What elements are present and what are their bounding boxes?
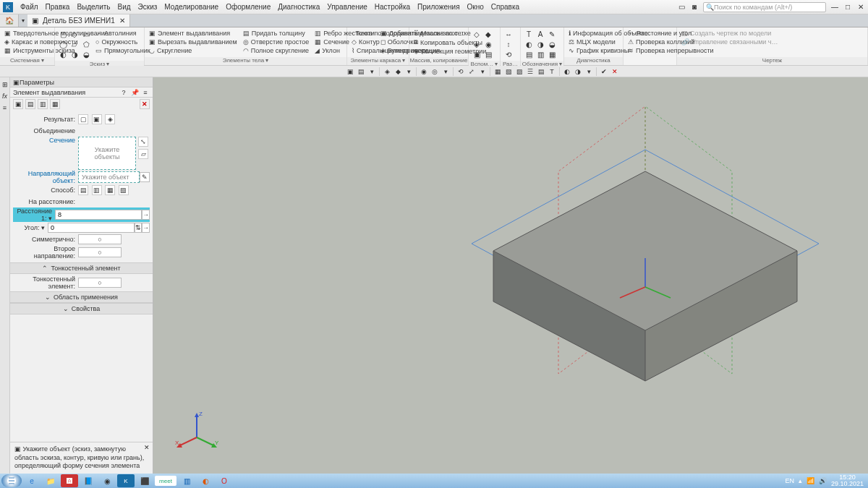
scope-section-header[interactable]: ⌄Область применения	[10, 291, 153, 303]
angle-input[interactable]	[48, 223, 135, 233]
cut-extrude-button[interactable]: ▣ Вырезать выдавливанием	[148, 38, 239, 46]
maximize-button[interactable]: □	[843, 3, 852, 12]
kompas-icon[interactable]: K	[117, 474, 135, 487]
sk-icon[interactable]: ◐	[58, 49, 68, 59]
opera-icon[interactable]: O	[216, 474, 233, 487]
angle-label[interactable]: Угол: ▾	[13, 224, 48, 231]
ie-icon[interactable]: e	[23, 474, 41, 487]
distance-input[interactable]	[55, 210, 142, 220]
menu-select[interactable]: Выделить	[77, 3, 110, 11]
menu-help[interactable]: Справка	[491, 3, 519, 11]
section-link[interactable]: Сечение	[13, 137, 78, 144]
sk-icon[interactable]: ◯	[58, 39, 68, 49]
ribbon-group-drawing[interactable]: Чертеж	[677, 57, 867, 65]
chrome-icon[interactable]: ◉	[98, 474, 116, 487]
tb-icon[interactable]: ✔	[599, 67, 609, 77]
tb-icon[interactable]: ▾	[404, 67, 414, 77]
close-button[interactable]: ✕	[856, 3, 865, 12]
system-clock[interactable]: 15:20 29.10.2021	[831, 474, 864, 487]
ann-icon[interactable]: ✎	[547, 29, 557, 39]
symmetric-toggle[interactable]: ○	[78, 234, 122, 244]
props-section-header[interactable]: ⌄Свойства	[10, 303, 153, 314]
ribbon-group-diag[interactable]: Диагностика	[564, 57, 623, 65]
menu-format[interactable]: Оформление	[226, 3, 271, 11]
fillet-button[interactable]: ◡ Скругление	[148, 46, 239, 55]
sk-icon[interactable]: ▭	[81, 29, 91, 39]
second-dir-toggle[interactable]: ○	[78, 247, 122, 257]
menu-view[interactable]: Вид	[118, 3, 131, 11]
menu-window[interactable]: Окно	[467, 3, 484, 11]
menu-modeling[interactable]: Моделирование	[164, 3, 218, 11]
sk-icon[interactable]: ▢	[58, 29, 68, 39]
app-icon[interactable]: ◐	[197, 474, 214, 487]
ann-icon[interactable]: ▤	[524, 49, 534, 59]
tb-icon[interactable]: ▾	[584, 67, 594, 77]
app-icon[interactable]: ⬛	[136, 474, 153, 487]
network-icon[interactable]: 📶	[807, 477, 814, 484]
tb-icon[interactable]: T	[547, 67, 557, 77]
result-opt-icon[interactable]: ▢	[78, 114, 88, 124]
fx-icon[interactable]: fx	[1, 92, 9, 100]
mode-icon[interactable]: ▥	[38, 99, 48, 109]
tb-icon[interactable]: ▤	[536, 67, 546, 77]
method-icon[interactable]: ▧	[119, 185, 129, 195]
mode-icon[interactable]: ▤	[25, 99, 35, 109]
full-fillet-button[interactable]: ◠ Полное скругление	[242, 46, 310, 55]
camera-icon[interactable]: ◙	[690, 3, 699, 12]
create-drawing-button[interactable]: ▤ Создать чертеж по модели	[680, 29, 780, 38]
tb-icon[interactable]: ◑	[573, 67, 583, 77]
method-icon[interactable]: ▥	[92, 185, 102, 195]
app-icon[interactable]: 📘	[80, 474, 97, 487]
layers-icon[interactable]: ≡	[1, 103, 9, 112]
ribbon-group-frame[interactable]: Элементы каркаса ▾	[347, 57, 409, 65]
method-icon[interactable]: ▦	[105, 185, 115, 195]
thicken-button[interactable]: ▤ Придать толщину	[242, 29, 310, 38]
tb-icon[interactable]: ▾	[441, 67, 451, 77]
aux-icon[interactable]: ◆	[483, 29, 493, 39]
dim-icon[interactable]: ↔	[503, 29, 514, 39]
pick-icon[interactable]: ✎	[140, 172, 150, 182]
volume-icon[interactable]: 🔊	[819, 477, 827, 484]
start-button[interactable]	[1, 474, 22, 487]
autoline-button[interactable]: ⟋ Автолиния	[94, 29, 152, 38]
aux-icon[interactable]: ◈	[472, 39, 482, 49]
menu-edit[interactable]: Правка	[46, 3, 70, 11]
lang-indicator[interactable]: EN	[785, 477, 794, 484]
tb-icon[interactable]: ◈	[382, 67, 392, 77]
tb-icon[interactable]: ▨	[514, 67, 524, 77]
objects-selector[interactable]: Укажите объекты	[78, 137, 136, 170]
result-opt-icon[interactable]: ◈	[105, 114, 115, 124]
aux-icon[interactable]: ▣	[472, 49, 482, 59]
distance-label[interactable]: Расстояние 1: ▾	[13, 207, 55, 222]
doc-tab[interactable]: ▣ Деталь БЕЗ ИМЕНИ1 ✕	[27, 14, 130, 27]
home-tab[interactable]: 🏠	[0, 14, 19, 27]
sk-icon[interactable]: ◑	[69, 49, 80, 59]
ann-icon[interactable]: T	[524, 29, 534, 39]
tb-icon[interactable]: ▣	[345, 67, 355, 77]
menu-sketch[interactable]: Эскиз	[138, 3, 158, 11]
sk-icon[interactable]: ▱	[69, 39, 80, 49]
mode-icon[interactable]: ▣	[13, 99, 23, 109]
tb-icon[interactable]: ◐	[562, 67, 572, 77]
sketch-plane-icon[interactable]: ▱	[138, 149, 148, 159]
manage-links-button[interactable]: 🔗 Управление связанными ч…	[680, 38, 780, 46]
ann-icon[interactable]: ▦	[547, 49, 557, 59]
home-dropdown[interactable]: ▾	[19, 14, 27, 27]
tb-icon[interactable]: ◆	[393, 67, 403, 77]
ann-icon[interactable]: ▥	[535, 49, 545, 59]
ribbon-group-body[interactable]: Элементы тела ▾	[145, 57, 346, 65]
tb-icon[interactable]: ◉	[419, 67, 429, 77]
pin-icon[interactable]: 📌	[130, 88, 139, 97]
direction-label[interactable]: Направляющий объект:	[13, 170, 78, 184]
command-search-input[interactable]: 🔍 Поиск по командам (Alt+/)	[703, 2, 826, 12]
sk-icon[interactable]: ◒	[81, 49, 91, 59]
tb-icon[interactable]: ⤢	[467, 67, 477, 77]
circle-button[interactable]: ○ Окружность	[94, 38, 152, 46]
explorer-icon[interactable]: 📁	[42, 474, 59, 487]
thin-section-header[interactable]: ⌃Тонкостенный элемент	[10, 262, 153, 274]
tb-icon[interactable]: ⟲	[456, 67, 466, 77]
dim-icon[interactable]: ↕	[503, 39, 514, 49]
tab-close-icon[interactable]: ✕	[119, 17, 125, 25]
tb-icon[interactable]: ◎	[430, 67, 440, 77]
result-opt-icon[interactable]: ▣	[92, 114, 102, 124]
